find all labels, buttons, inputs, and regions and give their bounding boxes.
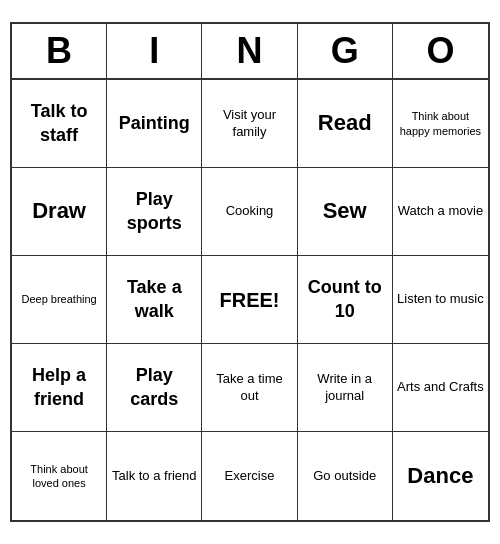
bingo-cell-2: Visit your family <box>202 80 297 168</box>
bingo-cell-10: Deep breathing <box>12 256 107 344</box>
bingo-cell-8: Sew <box>298 168 393 256</box>
bingo-header: BINGO <box>12 24 488 80</box>
bingo-cell-18: Write in a journal <box>298 344 393 432</box>
bingo-cell-23: Go outside <box>298 432 393 520</box>
bingo-cell-4: Think about happy memories <box>393 80 488 168</box>
bingo-letter-g: G <box>298 24 393 78</box>
bingo-cell-12: FREE! <box>202 256 297 344</box>
bingo-cell-15: Help a friend <box>12 344 107 432</box>
bingo-card: BINGO Talk to staffPaintingVisit your fa… <box>10 22 490 522</box>
bingo-cell-16: Play cards <box>107 344 202 432</box>
bingo-letter-i: I <box>107 24 202 78</box>
bingo-letter-o: O <box>393 24 488 78</box>
bingo-cell-11: Take a walk <box>107 256 202 344</box>
bingo-cell-5: Draw <box>12 168 107 256</box>
bingo-cell-0: Talk to staff <box>12 80 107 168</box>
bingo-cell-14: Listen to music <box>393 256 488 344</box>
bingo-letter-n: N <box>202 24 297 78</box>
bingo-cell-20: Think about loved ones <box>12 432 107 520</box>
bingo-letter-b: B <box>12 24 107 78</box>
bingo-cell-13: Count to 10 <box>298 256 393 344</box>
bingo-grid: Talk to staffPaintingVisit your familyRe… <box>12 80 488 520</box>
bingo-cell-7: Cooking <box>202 168 297 256</box>
bingo-cell-17: Take a time out <box>202 344 297 432</box>
bingo-cell-19: Arts and Crafts <box>393 344 488 432</box>
bingo-cell-1: Painting <box>107 80 202 168</box>
bingo-cell-9: Watch a movie <box>393 168 488 256</box>
bingo-cell-21: Talk to a friend <box>107 432 202 520</box>
bingo-cell-6: Play sports <box>107 168 202 256</box>
bingo-cell-3: Read <box>298 80 393 168</box>
bingo-cell-22: Exercise <box>202 432 297 520</box>
bingo-cell-24: Dance <box>393 432 488 520</box>
